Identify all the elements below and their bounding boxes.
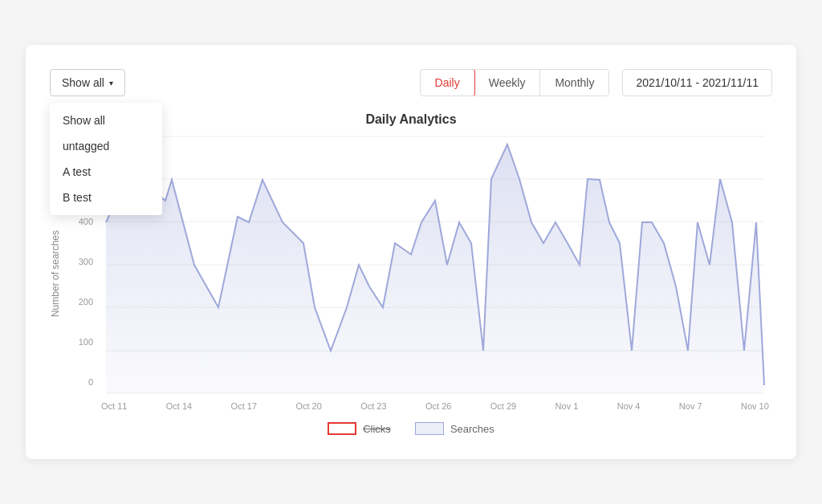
- x-tick-nov1: Nov 1: [555, 401, 579, 411]
- x-tick-oct23: Oct 23: [360, 401, 386, 411]
- legend-clicks-box: [328, 422, 356, 435]
- legend-searches: Searches: [415, 422, 494, 435]
- dropdown-menu: Show all untagged A test B test: [50, 103, 162, 215]
- y-tick-300: 300: [79, 257, 93, 266]
- legend-clicks: Clicks: [328, 422, 391, 435]
- x-tick-oct14: Oct 14: [166, 401, 192, 411]
- period-daily-button[interactable]: Daily: [420, 69, 475, 96]
- legend: Clicks Searches: [50, 422, 772, 435]
- show-all-label: Show all: [62, 76, 104, 89]
- period-monthly-button[interactable]: Monthly: [540, 70, 608, 96]
- date-range-display[interactable]: 2021/10/11 - 2021/11/11: [622, 69, 772, 96]
- y-axis-label: Number of searches: [50, 230, 61, 317]
- x-tick-nov4: Nov 4: [617, 401, 641, 411]
- chart-plot: Oct 11 Oct 14 Oct 17 Oct 20 Oct 23 Oct 2…: [98, 136, 772, 411]
- show-all-dropdown: Show all ▾ Show all untagged A test B te…: [50, 69, 125, 96]
- x-tick-oct17: Oct 17: [231, 401, 257, 411]
- searches-area: [106, 144, 764, 393]
- toolbar: Show all ▾ Show all untagged A test B te…: [50, 69, 772, 96]
- x-tick-oct20: Oct 20: [295, 401, 321, 411]
- dropdown-item-btest[interactable]: B test: [50, 185, 162, 210]
- center-controls: Daily Weekly Monthly 2021/10/11 - 2021/1…: [420, 69, 772, 96]
- y-tick-200: 200: [79, 297, 93, 307]
- x-tick-nov10: Nov 10: [741, 401, 769, 411]
- x-tick-oct11: Oct 11: [101, 401, 127, 411]
- legend-searches-label: Searches: [450, 423, 494, 435]
- dropdown-arrow-icon: ▾: [109, 79, 113, 87]
- x-tick-oct26: Oct 26: [425, 401, 451, 411]
- y-tick-400: 400: [79, 217, 93, 226]
- chart-inner: 0 100 200 300 400 500 600: [66, 136, 772, 411]
- legend-clicks-label: Clicks: [363, 423, 391, 435]
- y-tick-100: 100: [79, 337, 93, 347]
- period-toggle: Daily Weekly Monthly: [420, 69, 610, 96]
- x-tick-oct29: Oct 29: [490, 401, 516, 411]
- y-tick-0: 0: [88, 377, 93, 387]
- chart-svg: [98, 136, 772, 393]
- dropdown-item-atest[interactable]: A test: [50, 159, 162, 185]
- legend-searches-box: [415, 422, 444, 435]
- show-all-button[interactable]: Show all ▾: [50, 69, 125, 96]
- x-tick-nov7: Nov 7: [679, 401, 702, 411]
- dropdown-item-untagged[interactable]: untagged: [50, 133, 162, 159]
- dropdown-item-show-all[interactable]: Show all: [50, 108, 162, 133]
- period-weekly-button[interactable]: Weekly: [474, 70, 541, 96]
- x-axis: Oct 11 Oct 14 Oct 17 Oct 20 Oct 23 Oct 2…: [98, 401, 772, 411]
- main-container: Show all ▾ Show all untagged A test B te…: [26, 45, 796, 459]
